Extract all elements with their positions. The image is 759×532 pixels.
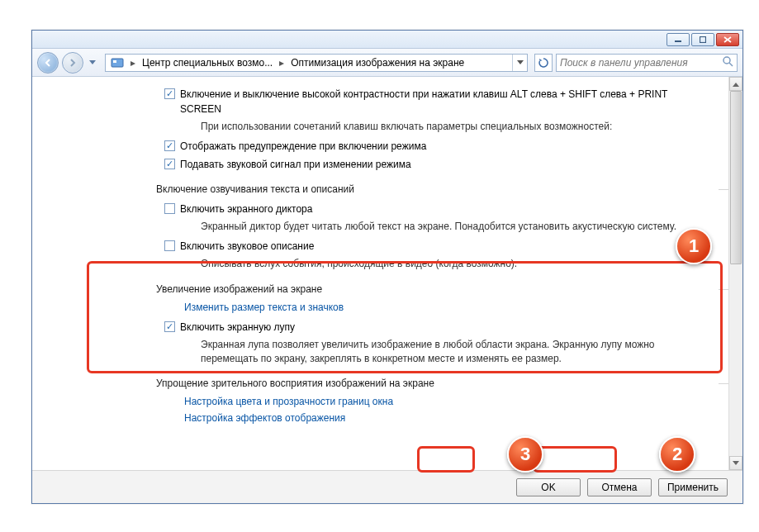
narration-group-title: Включение озвучивания текста и описаний [156, 183, 712, 195]
search-input[interactable] [560, 57, 719, 69]
scroll-down-button[interactable] [729, 456, 742, 470]
back-button[interactable] [37, 52, 59, 74]
search-box[interactable] [556, 54, 738, 72]
control-panel-window: ▸ Центр специальных возмо... ▸ Оптимизац… [31, 30, 743, 504]
forward-button[interactable] [62, 52, 83, 74]
annotation-badge-1: 1 [676, 228, 712, 264]
narrator-label: Включить экранного диктора [180, 202, 312, 216]
magnifier-checkbox-row[interactable]: Включить экранную лупу [164, 320, 712, 335]
scroll-up-button[interactable] [729, 77, 742, 91]
chevron-right-icon: ▸ [129, 57, 137, 69]
apply-button[interactable]: Применить [658, 478, 728, 496]
checkbox-checked-icon[interactable] [164, 140, 175, 151]
breadcrumb-parent[interactable]: Центр специальных возмо... [137, 55, 278, 71]
address-bar[interactable]: ▸ Центр специальных возмо... ▸ Оптимизац… [105, 54, 528, 72]
dialog-footer: OK Отмена Применить [32, 470, 742, 503]
audiodesc-checkbox-row[interactable]: Включить звуковое описание [164, 239, 712, 254]
titlebar [32, 31, 742, 49]
content-area: Включение и выключение высокой контрастн… [32, 77, 742, 470]
resize-text-link[interactable]: Изменить размер текста и значков [184, 302, 344, 313]
sound-checkbox-row[interactable]: Подавать звуковой сигнал при изменении р… [164, 157, 712, 172]
checkbox-checked-icon[interactable] [164, 321, 175, 332]
breadcrumb-current[interactable]: Оптимизация изображения на экране [286, 55, 469, 71]
vertical-scrollbar[interactable] [728, 77, 742, 470]
color-border-link[interactable]: Настройка цвета и прозрачности границ ок… [184, 396, 393, 407]
magnifier-description: Экранная лупа позволяет увеличить изобра… [201, 338, 712, 367]
magnifier-label: Включить экранную лупу [180, 320, 295, 335]
maximize-button[interactable] [691, 33, 714, 46]
annotation-badge-3: 3 [507, 436, 543, 473]
checkbox-icon[interactable] [164, 240, 175, 251]
navigation-bar: ▸ Центр специальных возмо... ▸ Оптимизац… [32, 49, 742, 77]
warning-label: Отображать предупреждение при включении … [180, 139, 426, 154]
ok-button[interactable]: OK [516, 478, 581, 496]
narrator-checkbox-row[interactable]: Включить экранного диктора [164, 202, 712, 216]
narrator-description: Экранный диктор будет читать любой текст… [201, 220, 712, 234]
close-button[interactable] [716, 33, 739, 46]
svg-point-6 [723, 57, 730, 64]
audiodesc-label: Включить звуковое описание [180, 239, 314, 254]
checkbox-checked-icon[interactable] [164, 88, 175, 99]
audiodesc-description: Описывать вслух события, происходящие в … [201, 257, 712, 271]
search-icon [722, 55, 733, 69]
shortcut-note: При использовании сочетаний клавиш включ… [201, 120, 712, 134]
history-dropdown[interactable] [87, 59, 98, 67]
svg-rect-5 [113, 60, 116, 63]
control-panel-icon [111, 56, 124, 69]
contrast-label: Включение и выключение высокой контрастн… [180, 87, 676, 116]
chevron-right-icon: ▸ [278, 57, 286, 69]
svg-line-7 [729, 63, 733, 66]
checkbox-checked-icon[interactable] [164, 159, 175, 169]
annotation-badge-2: 2 [659, 436, 695, 473]
address-dropdown[interactable] [512, 55, 527, 71]
checkbox-icon[interactable] [164, 203, 175, 214]
scrollbar-thumb[interactable] [730, 91, 742, 264]
magnify-group-title: Увеличение изображений на экране [156, 283, 712, 295]
contrast-checkbox-row[interactable]: Включение и выключение высокой контрастн… [164, 87, 712, 116]
refresh-button[interactable] [534, 54, 553, 72]
sound-label: Подавать звуковой сигнал при изменении р… [180, 157, 411, 172]
warning-checkbox-row[interactable]: Отображать предупреждение при включении … [164, 139, 712, 154]
minimize-button[interactable] [666, 33, 690, 46]
svg-rect-1 [700, 36, 706, 42]
simplify-group-title: Упрощение зрительного восприятия изображ… [156, 378, 712, 389]
display-effects-link[interactable]: Настройка эффектов отображения [184, 412, 345, 424]
cancel-button[interactable]: Отмена [587, 478, 652, 496]
